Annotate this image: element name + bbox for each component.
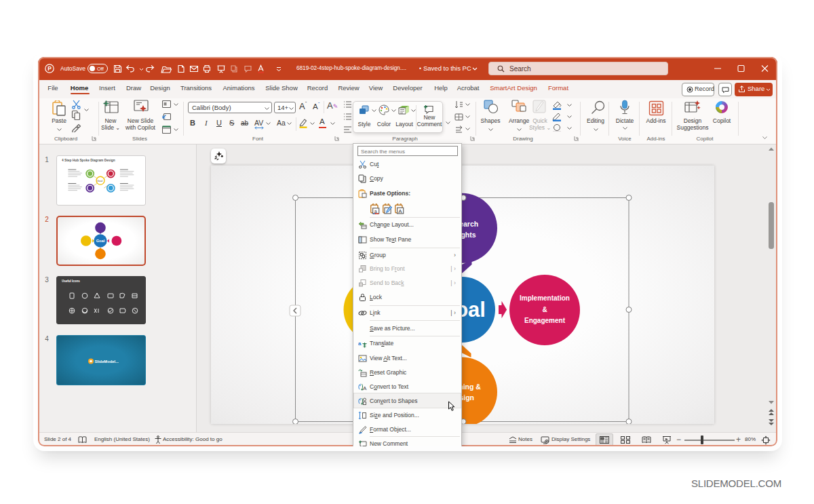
svg-text:Engagement: Engagement: [524, 317, 566, 324]
svg-text:a: a: [358, 341, 362, 347]
svg-text:Goal: Goal: [96, 239, 105, 243]
svg-text:&: &: [542, 306, 547, 313]
svg-text:a: a: [374, 209, 377, 214]
svg-text:A: A: [398, 208, 402, 214]
svg-text:A: A: [363, 385, 367, 391]
svg-text:P: P: [47, 65, 52, 72]
svg-text:Goal: Goal: [97, 180, 102, 182]
svg-text:SlideModel...: SlideModel...: [95, 360, 119, 364]
svg-text:Implementation: Implementation: [520, 294, 570, 302]
